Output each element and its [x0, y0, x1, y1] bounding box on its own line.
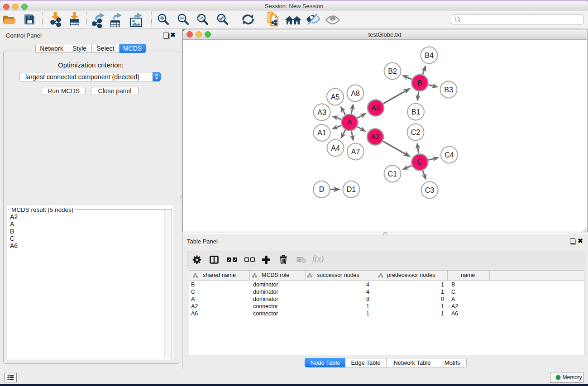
svg-text:B4: B4 [425, 52, 434, 59]
svg-text:A7: A7 [351, 148, 360, 156]
svg-text:A1: A1 [317, 129, 326, 137]
svg-text:B: B [417, 79, 422, 87]
svg-text:A8: A8 [351, 90, 360, 97]
svg-text:B1: B1 [411, 108, 421, 116]
svg-text:A6: A6 [371, 104, 380, 112]
svg-text:A3: A3 [317, 109, 326, 116]
svg-text:Memory: Memory [563, 374, 582, 381]
svg-text:A4: A4 [331, 144, 340, 152]
svg-text:B3: B3 [444, 86, 453, 94]
svg-text:C3: C3 [425, 186, 435, 194]
svg-text:A2: A2 [371, 133, 380, 141]
svg-text:D: D [319, 186, 325, 193]
svg-text:A5: A5 [331, 93, 340, 101]
svg-text:B2: B2 [388, 67, 397, 75]
svg-text:C1: C1 [388, 170, 397, 178]
svg-text:C2: C2 [411, 129, 421, 136]
svg-text:D1: D1 [347, 186, 356, 193]
svg-text:A: A [347, 119, 352, 126]
svg-text:C: C [417, 158, 423, 166]
svg-text:C4: C4 [445, 151, 454, 159]
